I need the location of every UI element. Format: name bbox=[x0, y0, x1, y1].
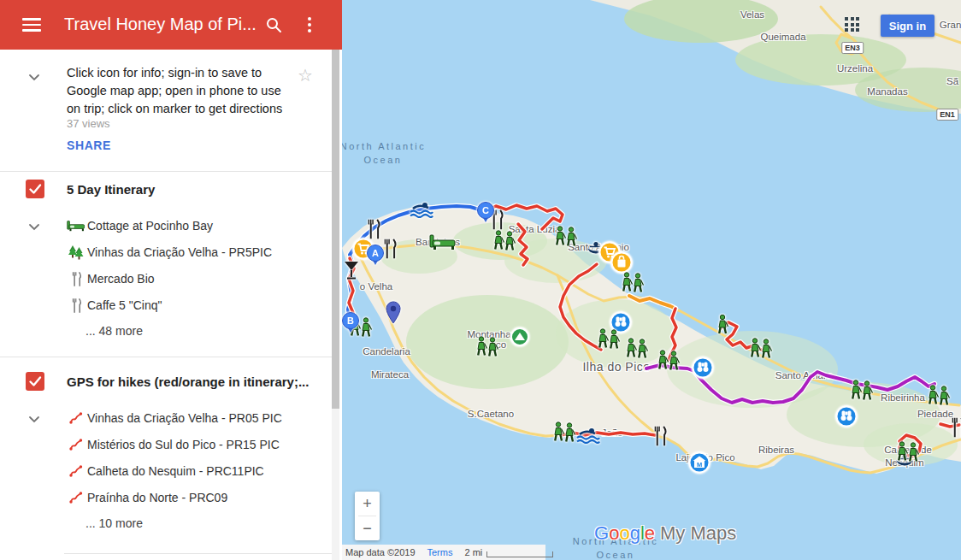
terms-link[interactable]: Terms bbox=[427, 547, 453, 557]
sidebar: Travel Honey Map of Pi... Click icon for… bbox=[0, 0, 342, 560]
layer-checkbox-itinerary[interactable] bbox=[26, 180, 44, 198]
zoom-in-button[interactable]: + bbox=[355, 492, 380, 516]
list-item-label: Mercado Bio bbox=[87, 272, 155, 286]
list-item-label: Vinhas da Criação Velha - PR05 PIC bbox=[87, 411, 282, 425]
layer-title-itinerary[interactable]: 5 Day Itinerary bbox=[67, 182, 155, 197]
dining-icon bbox=[67, 298, 85, 314]
share-button[interactable]: SHARE bbox=[67, 139, 111, 152]
svg-text:C: C bbox=[482, 205, 489, 215]
hikers-marker-icon[interactable] bbox=[554, 226, 578, 247]
show-more-link[interactable]: ... 10 more bbox=[85, 516, 143, 530]
hiker-marker-icon[interactable] bbox=[716, 314, 728, 334]
route-icon bbox=[67, 411, 85, 425]
views-count: 37 views bbox=[67, 117, 110, 130]
binoculars-marker-icon[interactable] bbox=[692, 357, 715, 380]
hikers-marker-icon[interactable] bbox=[749, 338, 773, 359]
list-item[interactable]: Mercado Bio bbox=[67, 266, 323, 292]
dining-marker-icon[interactable] bbox=[383, 238, 398, 260]
svg-text:B: B bbox=[347, 315, 354, 326]
sign-in-button[interactable]: Sign in bbox=[881, 15, 934, 37]
apps-grid-icon[interactable] bbox=[845, 17, 861, 33]
list-item-label: Mistérios do Sul do Pico - PR15 PIC bbox=[87, 438, 280, 451]
star-icon[interactable]: ☆ bbox=[298, 65, 313, 85]
hikers-marker-icon[interactable] bbox=[621, 272, 645, 293]
pin-marker-icon[interactable] bbox=[384, 300, 403, 326]
svg-text:M: M bbox=[697, 461, 702, 469]
hikers-marker-icon[interactable] bbox=[850, 380, 874, 401]
swim-marker-icon[interactable] bbox=[575, 427, 601, 444]
list-item-label: Praínha do Norte - PRC09 bbox=[87, 491, 227, 504]
route-icon bbox=[67, 438, 85, 451]
list-item[interactable]: Caffe 5 "Cinq" bbox=[67, 292, 323, 318]
divider bbox=[0, 171, 332, 172]
peak-marker-icon[interactable] bbox=[510, 327, 530, 347]
museum-marker-icon[interactable]: M bbox=[688, 451, 711, 475]
map-description: Click icon for info; sign-in to save to … bbox=[67, 64, 284, 118]
sidebar-header: Travel Honey Map of Pi... bbox=[0, 0, 342, 50]
hikers-marker-icon[interactable] bbox=[597, 328, 621, 350]
list-item-label: Caffe 5 "Cinq" bbox=[87, 298, 162, 312]
dining-marker-icon[interactable] bbox=[951, 416, 961, 439]
swim-marker-icon[interactable] bbox=[409, 201, 434, 218]
marker-B[interactable]: B bbox=[342, 310, 360, 334]
show-more-link[interactable]: ... 48 more bbox=[85, 324, 143, 338]
list-item[interactable]: Mistérios do Sul do Pico - PR15 PIC bbox=[67, 432, 323, 457]
google-logo: Google bbox=[594, 522, 655, 544]
google-my-maps-app: Travel Honey Map of Pi... Click icon for… bbox=[0, 0, 961, 560]
list-item[interactable]: Cottage at Pocinho Bay bbox=[67, 213, 323, 239]
map-title: Travel Honey Map of Pi... bbox=[64, 15, 256, 34]
layer-title-gps[interactable]: GPS for hikes (red/orange in itinerary;.… bbox=[67, 374, 309, 389]
dining-icon bbox=[67, 271, 85, 287]
zoom-out-button[interactable]: − bbox=[355, 516, 380, 540]
route-icon bbox=[67, 491, 85, 504]
marker-C[interactable]: C bbox=[476, 200, 495, 224]
marker-A[interactable]: A bbox=[366, 243, 385, 267]
chevron-down-icon[interactable] bbox=[27, 412, 41, 426]
route-icon bbox=[67, 464, 85, 478]
chevron-down-icon[interactable] bbox=[27, 220, 41, 233]
layer-checkbox-gps[interactable] bbox=[26, 372, 44, 391]
map-data-text: Map data ©2019 bbox=[345, 547, 416, 557]
hikers-marker-icon[interactable] bbox=[552, 421, 576, 443]
menu-icon[interactable] bbox=[22, 18, 41, 32]
divider bbox=[64, 553, 332, 554]
bed-icon bbox=[67, 220, 85, 232]
scale-text: 2 mi bbox=[464, 547, 482, 557]
svg-text:A: A bbox=[372, 248, 379, 258]
map-canvas[interactable]: North AtlanticOceanNorth AtlanticOceanVe… bbox=[342, 0, 961, 560]
zoom-control: + − bbox=[355, 492, 380, 540]
kebab-menu-icon[interactable] bbox=[308, 15, 311, 35]
hikers-marker-icon[interactable] bbox=[657, 350, 681, 371]
attribution-bar: Map data ©2019 Terms 2 mi bbox=[342, 545, 545, 560]
divider bbox=[0, 357, 332, 357]
search-icon[interactable] bbox=[265, 16, 282, 37]
cocktail-marker-icon[interactable] bbox=[343, 260, 360, 280]
list-item[interactable]: Praínha do Norte - PRC09 bbox=[67, 485, 323, 510]
binoculars-marker-icon[interactable] bbox=[835, 405, 858, 428]
scale-bar bbox=[486, 551, 553, 557]
hikers-marker-icon[interactable] bbox=[475, 336, 499, 357]
list-item-label: Vinhas da Criação Velha - PR5PIC bbox=[87, 245, 272, 259]
list-item[interactable]: Calheta do Nesquim - PRC11PIC bbox=[67, 458, 323, 484]
list-item[interactable]: Vinhas da Criação Velha - PR5PIC bbox=[67, 239, 323, 265]
dining-marker-icon[interactable] bbox=[653, 425, 668, 447]
bag-marker-icon[interactable] bbox=[610, 251, 634, 274]
my-maps-label: My Maps bbox=[660, 522, 736, 544]
scrollbar-thumb[interactable] bbox=[332, 50, 339, 409]
hikers-marker-icon[interactable] bbox=[625, 338, 649, 359]
list-item-label: Cottage at Pocinho Bay bbox=[87, 219, 213, 233]
list-item-label: Calheta do Nesquim - PRC11PIC bbox=[87, 464, 264, 478]
list-item[interactable]: Vinhas da Criação Velha - PR05 PIC bbox=[67, 405, 323, 431]
markers-layer: C A B bbox=[342, 0, 961, 560]
chevron-down-icon[interactable] bbox=[27, 70, 41, 84]
bed-marker-icon[interactable] bbox=[429, 233, 457, 251]
hikers-marker-icon[interactable] bbox=[896, 441, 920, 463]
hikers-marker-icon[interactable] bbox=[927, 385, 951, 406]
trees-icon bbox=[67, 245, 85, 260]
hikers-marker-icon[interactable] bbox=[492, 230, 516, 251]
google-my-maps-watermark: GoogleMy Maps bbox=[594, 522, 736, 545]
